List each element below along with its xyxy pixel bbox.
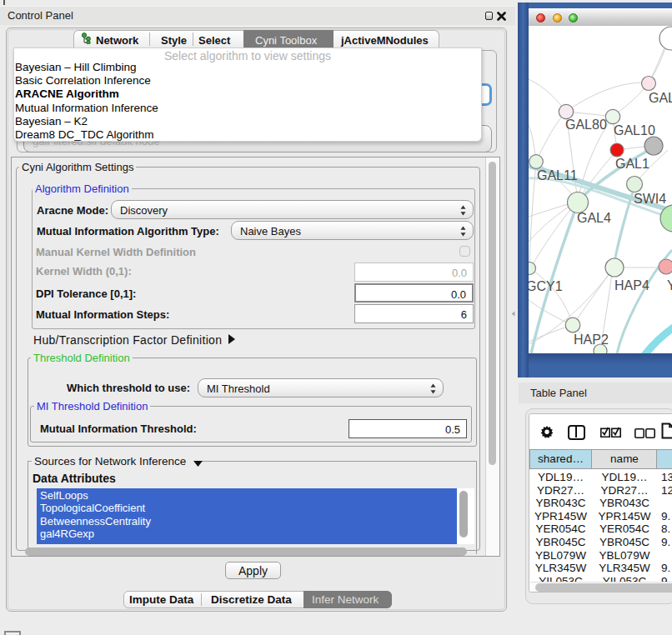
svg-text:GAL11: GAL11 (537, 168, 578, 182)
svg-text:GCY1: GCY1 (529, 279, 563, 293)
svg-text:GAL80: GAL80 (565, 118, 607, 132)
svg-text:HAP4: HAP4 (614, 278, 649, 292)
svg-text:GAL4: GAL4 (577, 211, 611, 225)
svg-text:Y: Y (667, 278, 672, 292)
svg-text:GAL1: GAL1 (615, 157, 649, 171)
svg-text:HAP2: HAP2 (574, 332, 609, 347)
svg-text:SWI4: SWI4 (634, 192, 666, 206)
svg-text:GAL10: GAL10 (614, 123, 655, 138)
svg-text:GAL7: GAL7 (649, 91, 672, 105)
